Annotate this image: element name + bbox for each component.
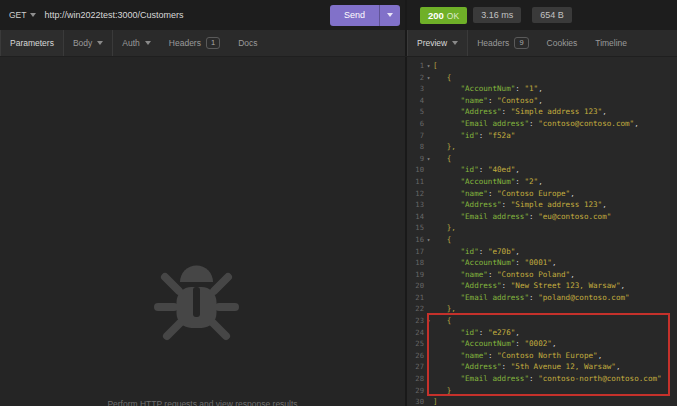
line-number: 5 [407, 106, 424, 118]
code-text: "Email address": "contoso@contoso.com", [433, 118, 639, 130]
line-number: 24 [407, 327, 424, 339]
tab-label: Parameters [10, 38, 54, 48]
request-tabs: Parameters Body Auth Headers 1 Docs [0, 30, 407, 56]
code-line: 16▾ { [407, 234, 677, 246]
code-line: 8 }, [407, 141, 677, 153]
send-button[interactable]: Send [330, 5, 379, 26]
line-number: 19 [407, 269, 424, 281]
code-text: { [433, 72, 451, 84]
code-line: 15 }, [407, 222, 677, 234]
code-line: 19 "name": "Contoso Poland", [407, 269, 677, 281]
code-text: "Email address": "contoso-north@contoso.… [433, 373, 662, 385]
fold-gutter [424, 188, 433, 200]
line-number: 29 [407, 385, 424, 397]
chevron-down-icon [97, 41, 103, 45]
code-text: "Address": "New Street 123, Warsaw", [433, 280, 625, 292]
fold-toggle-icon[interactable]: ▾ [424, 72, 433, 84]
code-line: 13 "Address": "Simple address 123", [407, 199, 677, 211]
tab-parameters[interactable]: Parameters [0, 30, 64, 56]
tab-cookies[interactable]: Cookies [538, 30, 587, 56]
code-line: 14 "Email address": "eu@contoso.com" [407, 211, 677, 223]
tab-preview[interactable]: Preview [407, 30, 468, 56]
fold-gutter [424, 95, 433, 107]
method-label: GET [9, 10, 26, 20]
chevron-down-icon [452, 41, 458, 45]
url-input[interactable]: http://win2022test:3000/Customers [44, 10, 329, 20]
code-line: 22 }, [407, 303, 677, 315]
tab-docs[interactable]: Docs [229, 30, 266, 56]
url-bar: GET http://win2022test:3000/Customers Se… [0, 0, 677, 30]
line-number: 18 [407, 257, 424, 269]
line-number: 27 [407, 361, 424, 373]
line-number: 25 [407, 338, 424, 350]
line-number: 14 [407, 211, 424, 223]
tab-auth[interactable]: Auth [113, 30, 160, 56]
tab-timeline[interactable]: Timeline [586, 30, 636, 56]
code-line: 9▾ { [407, 153, 677, 165]
tab-label: Headers [169, 38, 201, 48]
tab-label: Timeline [595, 38, 627, 48]
fold-gutter [424, 199, 433, 211]
code-line: 23▾ { [407, 315, 677, 327]
response-body-editor[interactable]: 1▾[2▾ {3 "AccountNum": "1",4 "name": "Co… [407, 57, 677, 406]
fold-toggle-icon[interactable]: ▾ [424, 315, 433, 327]
fold-gutter [424, 222, 433, 234]
fold-gutter [424, 280, 433, 292]
line-number: 20 [407, 280, 424, 292]
tab-body[interactable]: Body [64, 30, 113, 56]
code-text: "id": "40ed", [433, 164, 520, 176]
fold-gutter [424, 118, 433, 130]
size-badge: 654 B [532, 7, 572, 23]
code-text: ] [433, 396, 438, 406]
status-badge: 200OK [420, 7, 467, 24]
method-selector[interactable]: GET [9, 10, 36, 20]
line-number: 12 [407, 188, 424, 200]
status-code: 200 [428, 10, 444, 21]
fold-gutter [424, 211, 433, 223]
line-number: 13 [407, 199, 424, 211]
code-text: "Address": "5th Avenue 12, Warsaw", [433, 361, 620, 373]
code-line: 1▾[ [407, 60, 677, 72]
tab-response-headers[interactable]: Headers 9 [468, 30, 537, 56]
code-text: "id": "e276", [433, 327, 520, 339]
code-text: { [433, 153, 451, 165]
code-text: "name": "Contoso Europe", [433, 188, 575, 200]
code-line: 26 "name": "Contoso North Europe", [407, 350, 677, 362]
headers-count-badge: 1 [206, 37, 220, 49]
fold-gutter [424, 246, 433, 258]
chevron-down-icon [387, 13, 393, 17]
code-text: { [433, 234, 451, 246]
code-text: "id": "e70b", [433, 246, 520, 258]
line-number: 21 [407, 292, 424, 304]
code-line: 29 } [407, 385, 677, 397]
response-tabs: Preview Headers 9 Cookies Timeline [407, 30, 677, 56]
line-number: 10 [407, 164, 424, 176]
code-text: }, [433, 303, 456, 315]
json-response-body: 1▾[2▾ {3 "AccountNum": "1",4 "name": "Co… [407, 60, 677, 406]
code-line: 6 "Email address": "contoso@contoso.com"… [407, 118, 677, 130]
time-badge: 3.16 ms [473, 7, 521, 23]
chevron-down-icon [30, 13, 36, 17]
code-line: 2▾ { [407, 72, 677, 84]
code-line: 24 "id": "e276", [407, 327, 677, 339]
bug-icon [152, 257, 241, 346]
line-number: 28 [407, 373, 424, 385]
code-text: "id": "f52a" [433, 130, 515, 142]
line-number: 16 [407, 234, 424, 246]
fold-toggle-icon[interactable]: ▾ [424, 153, 433, 165]
fold-toggle-icon[interactable]: ▾ [424, 234, 433, 246]
fold-gutter [424, 83, 433, 95]
tab-request-headers[interactable]: Headers 1 [160, 30, 229, 56]
fold-gutter [424, 176, 433, 188]
fold-toggle-icon[interactable]: ▾ [424, 60, 433, 72]
tab-label: Body [73, 38, 92, 48]
code-text: "Address": "Simple address 123", [433, 199, 607, 211]
line-number: 30 [407, 396, 424, 406]
send-button-group: Send [330, 5, 400, 26]
code-line: 12 "name": "Contoso Europe", [407, 188, 677, 200]
code-text: }, [433, 222, 456, 234]
tab-label: Headers [477, 38, 509, 48]
tab-label: Cookies [547, 38, 578, 48]
main-content: Perform HTTP requests and view response … [0, 57, 677, 406]
send-options-button[interactable] [379, 5, 400, 26]
